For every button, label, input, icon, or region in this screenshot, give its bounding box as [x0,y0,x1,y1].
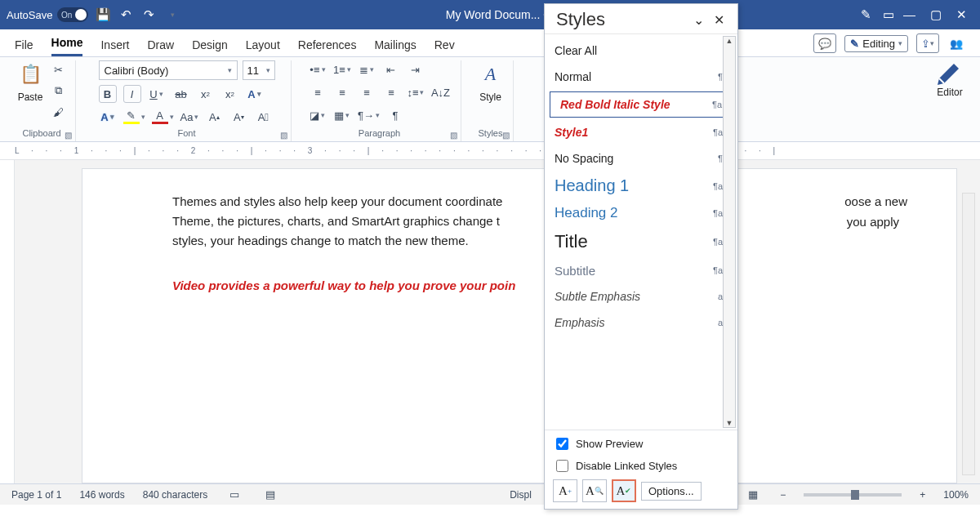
font-name-combo[interactable]: Calibri (Body)▾ [99,60,238,80]
clear-formatting-button[interactable]: A⃠ [254,108,272,126]
tab-draw[interactable]: Draw [147,38,174,56]
maximize-button[interactable]: ▢ [930,7,942,22]
style-style1[interactable]: Style1¶a [545,119,737,145]
text-effects2-button[interactable]: A [99,108,117,126]
bullets-button[interactable]: •≡ [309,60,327,78]
format-painter-icon[interactable]: 🖌 [49,103,67,121]
style-heading2[interactable]: Heading 2¶a [545,200,737,226]
zoom-out-button[interactable]: − [780,489,786,501]
tab-file[interactable]: File [15,38,33,56]
subscript-button[interactable]: x2 [197,85,215,103]
font-dialog-launcher[interactable]: ▧ [280,131,287,140]
minimize-button[interactable]: — [903,7,915,22]
styles-clear-all[interactable]: Clear All [545,38,737,64]
borders-button[interactable]: ▦ [333,106,351,124]
ltr-button[interactable]: ¶→ [358,106,380,124]
align-left-button[interactable]: ≡ [309,83,327,101]
shading-button[interactable]: ◪ [309,106,327,124]
increase-indent-button[interactable]: ⇥ [407,60,425,78]
presence-icon[interactable]: 👥 [947,34,965,52]
styles-dialog-launcher[interactable]: ▧ [502,131,510,140]
font-color-button[interactable]: A [152,108,174,126]
italic-button[interactable]: I [123,85,141,103]
status-display[interactable]: Displ [510,489,532,501]
tab-references[interactable]: References [298,38,357,56]
document-page[interactable]: Themes and styles also help keep your do… [82,168,957,483]
style-subtle-emphasis[interactable]: Subtle Emphasisa [545,283,737,309]
bold-button[interactable]: B [99,85,117,103]
styles-button-label[interactable]: Style [479,91,501,103]
strikethrough-button[interactable]: ab [172,85,190,103]
style-normal[interactable]: Normal¶ [545,64,737,90]
vertical-ruler[interactable] [0,160,15,483]
styles-icon[interactable]: A [477,60,505,88]
new-style-button[interactable]: A+ [553,479,577,502]
styles-pane-collapse-icon[interactable]: ⌄ [688,11,709,29]
editor-button[interactable]: Editor [936,60,964,98]
ribbon-mode-icon[interactable]: ▭ [880,7,897,23]
present-icon[interactable]: ✎ [858,7,874,23]
grow-font-button[interactable]: A▴ [205,108,223,126]
style-title[interactable]: Title¶a [545,226,737,257]
clipboard-dialog-launcher[interactable]: ▧ [65,131,72,140]
multilevel-button[interactable]: ≣ [358,60,376,78]
autosave-toggle[interactable]: AutoSave On [7,7,88,22]
styles-pane-close-button[interactable]: ✕ [709,11,729,29]
disable-linked-checkbox[interactable]: Disable Linked Styles [553,457,729,474]
justify-button[interactable]: ≡ [382,83,400,101]
close-button[interactable]: ✕ [956,7,967,22]
paste-icon[interactable]: 📋 [16,60,44,88]
tab-design[interactable]: Design [192,38,228,56]
qat-customize-icon[interactable] [163,7,180,23]
copy-icon[interactable]: ⧉ [49,82,67,100]
status-page[interactable]: Page 1 of 1 [11,489,61,501]
zoom-value[interactable]: 100% [943,489,969,501]
paragraph-dialog-launcher[interactable]: ▧ [450,131,457,140]
autosave-switch[interactable]: On [57,7,88,22]
change-case-button[interactable]: Aa [180,108,199,126]
cut-icon[interactable]: ✂ [49,60,67,78]
share-button[interactable]: ⇪▾ [916,33,939,53]
styles-options-button[interactable]: Options... [641,482,702,501]
tab-mailings[interactable]: Mailings [374,38,416,56]
document-title[interactable]: My Word Docum... • Saved ▾ [186,8,851,21]
show-marks-button[interactable]: ¶ [386,106,404,124]
text-effects-button[interactable]: A [246,85,264,103]
horizontal-ruler[interactable]: L · · · 1 · · · | · · · 2 · · · | · · · … [0,142,980,160]
tab-layout[interactable]: Layout [246,38,280,56]
status-words[interactable]: 146 words [79,489,124,501]
decrease-indent-button[interactable]: ⇤ [382,60,400,78]
superscript-button[interactable]: x2 [221,85,239,103]
shrink-font-button[interactable]: A▾ [229,108,247,126]
highlight-button[interactable]: ✎ [123,108,145,126]
align-right-button[interactable]: ≡ [358,83,376,101]
line-spacing-button[interactable]: ↕≡ [407,83,425,101]
styles-scrollbar[interactable]: ▲▼ [723,36,736,428]
status-chars[interactable]: 840 characters [143,489,207,501]
status-spell-icon[interactable]: ▭ [225,486,243,504]
underline-button[interactable]: U [148,85,166,103]
tab-review[interactable]: Rev [434,38,455,56]
tab-home[interactable]: Home [51,36,83,56]
vertical-scrollbar[interactable] [962,193,975,475]
style-red-bold-italic[interactable]: Red Bold Italic Style¶a [550,91,733,118]
style-heading1[interactable]: Heading 1¶a [545,171,737,200]
tab-insert[interactable]: Insert [100,38,129,56]
zoom-in-button[interactable]: + [920,489,925,501]
comments-button[interactable]: 💬 [813,33,836,53]
redo-icon[interactable]: ↷ [140,7,157,23]
paste-label[interactable]: Paste [18,91,43,103]
editing-mode-button[interactable]: ✎Editing▾ [844,35,908,52]
web-layout-icon[interactable]: ▦ [744,486,762,504]
manage-styles-button[interactable]: A✔ [612,479,636,502]
align-center-button[interactable]: ≡ [333,83,351,101]
font-size-combo[interactable]: 11▾ [243,60,275,80]
save-icon[interactable]: 💾 [95,7,111,23]
style-inspector-button[interactable]: A🔍 [582,479,607,502]
show-preview-checkbox[interactable]: Show Preview [553,435,729,452]
style-emphasis[interactable]: Emphasisa [545,309,737,336]
sort-button[interactable]: A↓Z [431,83,450,101]
zoom-slider[interactable] [804,493,902,497]
undo-icon[interactable]: ↶ [118,7,134,23]
status-access-icon[interactable]: ▤ [261,486,279,504]
